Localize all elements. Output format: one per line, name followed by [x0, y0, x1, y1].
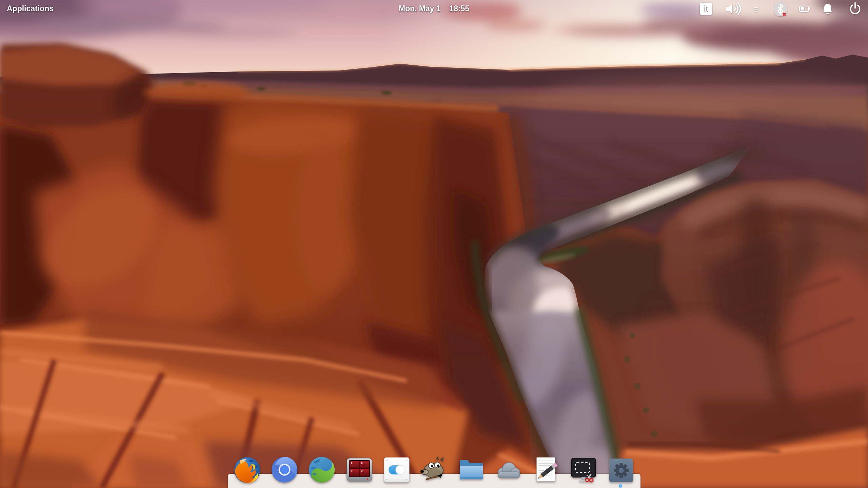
- svg-text:_: _: [352, 462, 355, 466]
- svg-text:_: _: [362, 470, 365, 474]
- svg-text:_: _: [362, 462, 365, 466]
- svg-text:_: _: [352, 470, 355, 474]
- svg-text:it: it: [704, 4, 708, 13]
